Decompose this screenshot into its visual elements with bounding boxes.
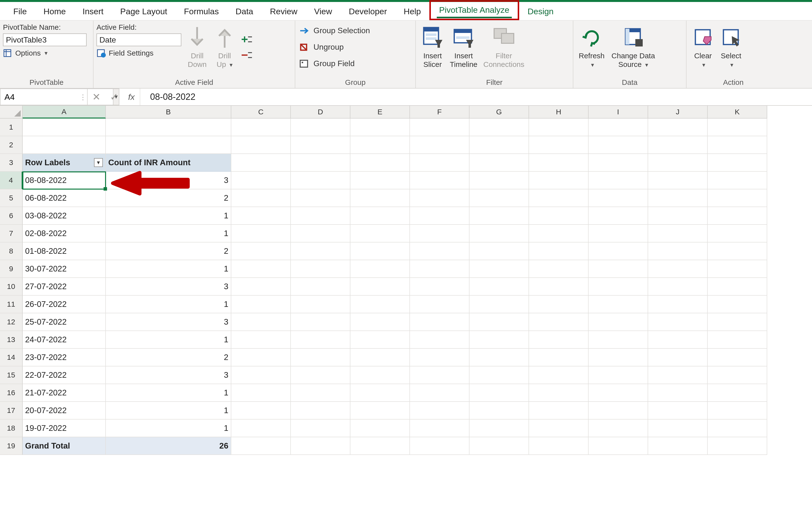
cell-H6[interactable] [529, 207, 589, 225]
cell-I4[interactable] [589, 172, 648, 189]
row-header-16[interactable]: 16 [0, 384, 23, 402]
cell-G15[interactable] [469, 366, 529, 384]
cell-J3[interactable] [648, 154, 708, 172]
cell-E8[interactable] [350, 242, 410, 260]
cancel-formula-button[interactable]: ✕ [88, 89, 105, 105]
cell-C7[interactable] [231, 225, 291, 242]
cell-I18[interactable] [589, 420, 648, 437]
cell-C15[interactable] [231, 366, 291, 384]
cell-D4[interactable] [291, 172, 350, 189]
cell-D9[interactable] [291, 260, 350, 278]
cell-I19[interactable] [589, 437, 648, 455]
cell-E6[interactable] [350, 207, 410, 225]
cell-I6[interactable] [589, 207, 648, 225]
column-header-G[interactable]: G [469, 106, 529, 119]
tab-developer[interactable]: Developer [340, 3, 395, 20]
cell-K2[interactable] [708, 136, 767, 154]
cell-D7[interactable] [291, 225, 350, 242]
cell-C1[interactable] [231, 119, 291, 136]
cell-C17[interactable] [231, 402, 291, 420]
row-header-6[interactable]: 6 [0, 207, 23, 225]
cell-G13[interactable] [469, 331, 529, 349]
cell-K8[interactable] [708, 242, 767, 260]
select-button[interactable]: Select▾ [717, 23, 744, 69]
cell-B1[interactable] [106, 119, 231, 136]
cell-G6[interactable] [469, 207, 529, 225]
cell-K10[interactable] [708, 278, 767, 296]
column-header-E[interactable]: E [350, 106, 410, 119]
cell-G16[interactable] [469, 384, 529, 402]
cell-D12[interactable] [291, 313, 350, 331]
cell-D1[interactable] [291, 119, 350, 136]
cell-E4[interactable] [350, 172, 410, 189]
cell-H5[interactable] [529, 189, 589, 207]
column-header-A[interactable]: A [23, 106, 106, 119]
cell-A14[interactable]: 23-07-2022 [23, 349, 106, 366]
cell-K17[interactable] [708, 402, 767, 420]
row-header-14[interactable]: 14 [0, 349, 23, 366]
cell-A7[interactable]: 02-08-2022 [23, 225, 106, 242]
cell-H17[interactable] [529, 402, 589, 420]
cell-H7[interactable] [529, 225, 589, 242]
cell-B2[interactable] [106, 136, 231, 154]
cell-D14[interactable] [291, 349, 350, 366]
tab-file[interactable]: File [5, 3, 35, 20]
column-header-F[interactable]: F [410, 106, 469, 119]
cell-J17[interactable] [648, 402, 708, 420]
worksheet-grid[interactable]: ABCDEFGHIJK123Row Labels▼Count of INR Am… [0, 106, 812, 455]
cell-E19[interactable] [350, 437, 410, 455]
cell-E7[interactable] [350, 225, 410, 242]
column-header-I[interactable]: I [589, 106, 648, 119]
cell-H18[interactable] [529, 420, 589, 437]
cell-B12[interactable]: 3 [106, 313, 231, 331]
row-header-13[interactable]: 13 [0, 331, 23, 349]
tab-review[interactable]: Review [262, 3, 306, 20]
row-header-11[interactable]: 11 [0, 296, 23, 313]
tab-pivottable-analyze[interactable]: PivotTable Analyze [430, 0, 519, 20]
cell-J19[interactable] [648, 437, 708, 455]
cell-E16[interactable] [350, 384, 410, 402]
cell-A19[interactable]: Grand Total [23, 437, 106, 455]
cell-B17[interactable]: 1 [106, 402, 231, 420]
cell-H11[interactable] [529, 296, 589, 313]
cell-B10[interactable]: 3 [106, 278, 231, 296]
cell-I8[interactable] [589, 242, 648, 260]
cell-F6[interactable] [410, 207, 469, 225]
cell-B15[interactable]: 3 [106, 366, 231, 384]
column-header-H[interactable]: H [529, 106, 589, 119]
pivot-filter-button[interactable]: ▼ [94, 158, 103, 167]
cell-D3[interactable] [291, 154, 350, 172]
cell-K5[interactable] [708, 189, 767, 207]
cell-B8[interactable]: 2 [106, 242, 231, 260]
cell-H12[interactable] [529, 313, 589, 331]
cell-D5[interactable] [291, 189, 350, 207]
insert-function-button[interactable]: fx [123, 89, 140, 105]
cell-A8[interactable]: 01-08-2022 [23, 242, 106, 260]
cell-K12[interactable] [708, 313, 767, 331]
cell-C16[interactable] [231, 384, 291, 402]
cell-A11[interactable]: 26-07-2022 [23, 296, 106, 313]
row-header-5[interactable]: 5 [0, 189, 23, 207]
cell-G1[interactable] [469, 119, 529, 136]
cell-F16[interactable] [410, 384, 469, 402]
formula-input[interactable]: 08-08-2022 [140, 89, 812, 105]
cell-J6[interactable] [648, 207, 708, 225]
cell-H13[interactable] [529, 331, 589, 349]
cell-F11[interactable] [410, 296, 469, 313]
cell-B6[interactable]: 1 [106, 207, 231, 225]
row-header-18[interactable]: 18 [0, 420, 23, 437]
cell-G3[interactable] [469, 154, 529, 172]
cell-I7[interactable] [589, 225, 648, 242]
cell-G19[interactable] [469, 437, 529, 455]
cell-A18[interactable]: 19-07-2022 [23, 420, 106, 437]
cell-F3[interactable] [410, 154, 469, 172]
cell-D18[interactable] [291, 420, 350, 437]
cell-E10[interactable] [350, 278, 410, 296]
cell-F1[interactable] [410, 119, 469, 136]
cell-D8[interactable] [291, 242, 350, 260]
cell-F2[interactable] [410, 136, 469, 154]
cell-I13[interactable] [589, 331, 648, 349]
cell-C2[interactable] [231, 136, 291, 154]
cell-K3[interactable] [708, 154, 767, 172]
cell-H16[interactable] [529, 384, 589, 402]
